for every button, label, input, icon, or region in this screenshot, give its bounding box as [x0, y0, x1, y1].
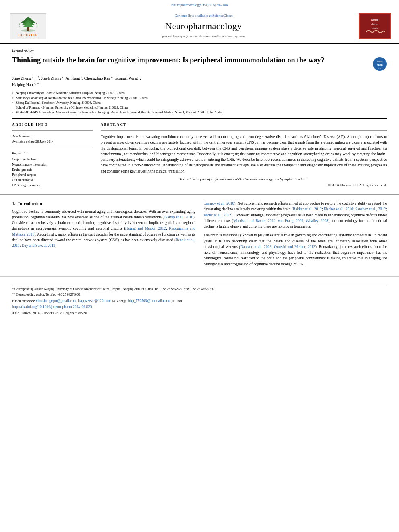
journal-center: Contents lists available at ScienceDirec… — [52, 13, 355, 39]
ref-morrison[interactable]: Morrison and Baxter, 2012 — [233, 219, 276, 223]
ref-lazarov[interactable]: Lazarov et al., 2010 — [204, 201, 234, 205]
copyright-line: © 2014 Elsevier Ltd. All rights reserved… — [101, 183, 387, 188]
keywords-section: Keywords: Cognitive decline Neuroimmune … — [12, 151, 93, 188]
ref-kapogiannis[interactable]: Kapogiannis and Mattson, 2011 — [12, 226, 195, 236]
ref-whalley[interactable]: Whalley, 2008 — [306, 219, 328, 223]
email-zheng[interactable]: xiaozhengepu@gmail.com — [36, 299, 77, 303]
ref-vanpraag[interactable]: van Praag, 2009 — [278, 219, 303, 223]
thin-rule-3 — [101, 130, 387, 131]
journal-header: ELSEVIER Contents lists available at Sci… — [0, 9, 399, 44]
info-abstract-section: ARTICLE INFO Article history: Available … — [12, 122, 387, 189]
email-label: E-mail addresses: — [12, 299, 35, 303]
elsevier-text: ELSEVIER — [19, 33, 38, 37]
ref-qureshi[interactable]: Qureshi and Mehler, 2013 — [274, 245, 315, 249]
journal-homepage: journal homepage: www.elsevier.com/locat… — [52, 34, 355, 39]
ref-sanchez[interactable]: Sanchez et al., 2012 — [355, 207, 386, 211]
doi-link[interactable]: http://dx.doi.org/10.1016/j.neuropharm.2… — [12, 305, 92, 309]
keywords-label: Keywords: — [12, 151, 93, 156]
abstract-text: Cognitive impairment is a devastating co… — [101, 134, 387, 174]
footer-rule — [12, 283, 387, 283]
intro-left-text: Cognitive decline is commonly observed w… — [12, 209, 195, 249]
authors-line: Xiao Zheng a, b, *, Xueli Zhang c, An Ka… — [12, 75, 387, 88]
elsevier-logo: ELSEVIER — [8, 13, 48, 39]
ref-day-sweatt[interactable]: Day and Sweatt, 2011 — [22, 244, 56, 248]
thin-rule-2 — [12, 148, 93, 148]
ref-huang-mucke[interactable]: Huang and Mucke, 2012 — [125, 226, 166, 230]
crossmark-badge: Cross Mark TM — [372, 57, 387, 71]
science-direct-link: Contents lists available at ScienceDirec… — [52, 13, 355, 18]
ref-fischer[interactable]: Fischer et al., 2010 — [324, 207, 353, 211]
ref-bishop-2010[interactable]: Bishop et al., 2010 — [164, 215, 193, 219]
svg-text:Neuro: Neuro — [371, 18, 378, 21]
elsevier-logo-box: ELSEVIER — [10, 13, 46, 39]
article-content: Invited review Thinking outside the brai… — [0, 44, 399, 195]
svg-text:Cross: Cross — [377, 60, 382, 63]
article-title: Thinking outside the brain for cognitive… — [12, 55, 387, 71]
svg-text:TM: TM — [378, 67, 381, 69]
keyword-2: Neuroimmune interaction — [12, 162, 93, 167]
svg-text:Mark: Mark — [377, 64, 383, 66]
thin-rule-1 — [12, 130, 93, 131]
body-right-column: Lazarov et al., 2010). Not surprisingly,… — [204, 201, 387, 270]
keyword-3: Brain–gut axis — [12, 168, 93, 173]
ref-dantzer[interactable]: Dantzer et al., 2008 — [240, 245, 271, 249]
intro-section-title: Introduction — [18, 201, 42, 206]
body-left-column: 1. Introduction Cognitive decline is com… — [12, 201, 195, 270]
article-info-header: ARTICLE INFO — [12, 122, 93, 127]
footer-doi: http://dx.doi.org/10.1016/j.neuropharm.2… — [12, 304, 387, 310]
intro-section-number: 1. Introduction — [12, 201, 195, 207]
article-available-value: Available online 28 June 2014 — [12, 140, 93, 144]
footnote-email: E-mail addresses: xiaozhengepu@gmail.com… — [12, 298, 387, 304]
keyword-4: Peripheral targets — [12, 173, 93, 177]
article-info-column: ARTICLE INFO Article history: Available … — [12, 122, 93, 189]
footer-issn: 0028-3908/© 2014 Elsevier Ltd. All right… — [12, 310, 387, 316]
introduction-section: 1. Introduction Cognitive decline is com… — [0, 194, 399, 276]
journal-ref-text: Neuropharmacology 96 (2015) 94–104 — [171, 3, 228, 7]
footer-section: * Corresponding author. Nanjing Universi… — [0, 276, 399, 319]
divider-rule — [12, 118, 387, 119]
abstract-column: ABSTRACT Cognitive impairment is a devas… — [101, 122, 387, 189]
abstract-special-issue: This article is part of a Special Issue … — [101, 177, 387, 182]
intro-right-text: Lazarov et al., 2010). Not surprisingly,… — [204, 201, 387, 267]
keyword-5: Gut microbiota — [12, 178, 93, 183]
article-history-group: Article history: Available online 28 Jun… — [12, 134, 93, 144]
elsevier-tree-icon — [15, 15, 41, 32]
ref-bakker[interactable]: Bakker et al., 2012 — [293, 207, 322, 211]
crossmark-icon: Cross Mark TM — [372, 57, 387, 71]
email-hao2[interactable]: hhp_770505@hotmail.com — [128, 299, 170, 303]
page: Neuropharmacology 96 (2015) 94–104 ELSEV… — [0, 0, 399, 532]
article-history-label: Article history: — [12, 134, 93, 139]
science-direct-text: ScienceDirect — [212, 14, 232, 18]
journal-reference: Neuropharmacology 96 (2015) 94–104 — [0, 0, 399, 9]
keyword-6: CNS drug discovery — [12, 183, 93, 188]
svg-text:cology: cology — [371, 27, 378, 29]
ref-verret[interactable]: Verret et al., 2012 — [204, 213, 231, 217]
journal-title-header: Neuropharmacology — [52, 20, 355, 33]
neuro-logo-icon: Neuro pharma cology — [360, 14, 390, 38]
affiliations: a Nanjing University of Chinese Medicine… — [12, 91, 387, 115]
footnote-star2: ** Corresponding author. Tel./fax: +86 2… — [12, 292, 387, 297]
svg-rect-5 — [360, 14, 390, 38]
article-title-text: Thinking outside the brain for cognitive… — [12, 55, 368, 65]
abstract-header: ABSTRACT — [101, 122, 387, 127]
footnote-star1: * Corresponding author. Nanjing Universi… — [12, 287, 387, 292]
neuro-logo: Neuro pharma cology — [359, 13, 391, 39]
email-hao[interactable]: happyzeze@126.com — [78, 299, 111, 303]
other-text: other — [379, 239, 387, 243]
keyword-1: Cognitive decline — [12, 157, 93, 162]
invited-review-label: Invited review — [12, 48, 387, 53]
svg-text:pharma: pharma — [371, 23, 378, 25]
